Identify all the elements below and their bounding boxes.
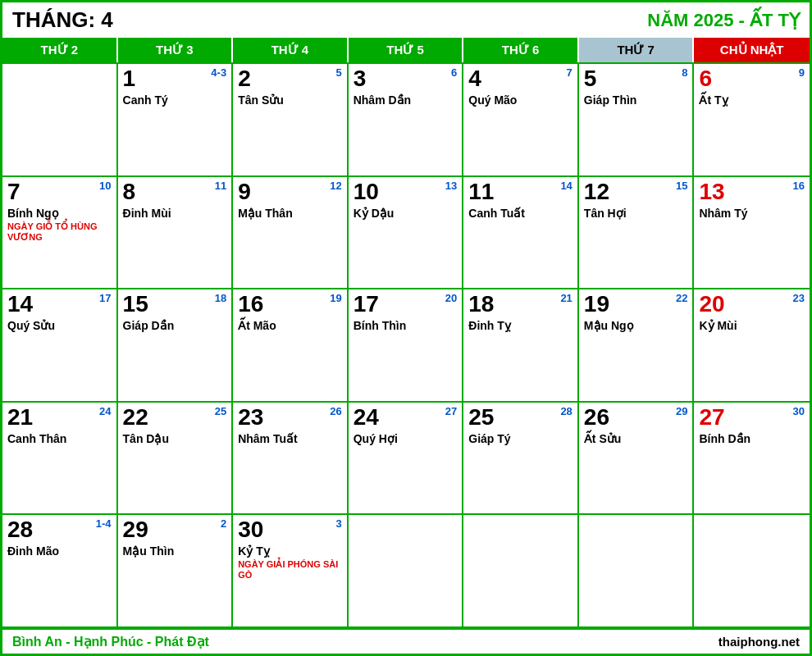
solar-day: 14 — [7, 293, 33, 316]
day-cell: 1417Quý Sửu — [2, 289, 118, 403]
footer-right: thaiphong.net — [718, 635, 800, 649]
can-chi: Mậu Ngọ — [584, 319, 688, 332]
day-top: 912 — [238, 180, 342, 203]
day-top: 2124 — [7, 406, 112, 429]
day-top: 14-3 — [123, 67, 227, 90]
day-cell: 1215Tân Hợi — [579, 177, 695, 290]
day-top: 2023 — [699, 293, 805, 316]
day-cell — [579, 515, 695, 628]
solar-day: 19 — [584, 293, 609, 316]
day-cell — [694, 515, 810, 628]
day-cell: 2730Bính Dần — [694, 403, 810, 516]
day-top: 69 — [699, 67, 805, 90]
dow-cell-thứ-5: THỨ 5 — [349, 38, 464, 62]
lunar-day: 16 — [793, 180, 805, 191]
holiday-text: Ngày Giỗ Tổ Hùng Vương — [7, 221, 112, 243]
day-top: 292 — [123, 518, 227, 541]
day-cell: 2225Tân Dậu — [118, 403, 234, 516]
day-cell: 281-4Đinh Mão — [2, 515, 118, 628]
day-cell: 2124Canh Thân — [2, 403, 118, 516]
day-top: 1215 — [584, 180, 688, 203]
can-chi: Nhâm Tuất — [238, 432, 342, 445]
solar-day: 11 — [468, 180, 494, 203]
solar-day: 7 — [7, 180, 21, 203]
day-top: 811 — [123, 180, 227, 203]
solar-day: 18 — [468, 293, 494, 316]
can-chi: Canh Tuất — [468, 207, 573, 220]
can-chi: Bính Thìn — [354, 319, 458, 332]
holiday-text: Ngày Giải Phóng Sài Gò — [238, 559, 342, 580]
lunar-day: 27 — [445, 406, 457, 417]
lunar-day: 20 — [445, 293, 457, 303]
can-chi: Giáp Dần — [123, 319, 227, 332]
solar-day: 16 — [238, 293, 263, 316]
solar-day: 13 — [699, 180, 724, 203]
lunar-day: 21 — [560, 293, 572, 303]
dow-cell-chủ-nhật: CHỦ NHẬT — [694, 38, 810, 62]
lunar-day: 4-3 — [211, 67, 226, 78]
dow-cell-thứ-4: THỨ 4 — [233, 38, 349, 62]
lunar-day: 26 — [330, 406, 341, 417]
lunar-day: 19 — [330, 293, 341, 303]
day-top: 1922 — [584, 293, 688, 316]
can-chi: Nhâm Dần — [354, 93, 458, 107]
day-top: 1720 — [354, 293, 458, 316]
can-chi: Giáp Thìn — [584, 93, 688, 107]
thang-label: THÁNG: 4 — [12, 7, 113, 33]
can-chi: Kỷ Mùi — [699, 319, 805, 332]
lunar-day: 14 — [560, 180, 572, 191]
solar-day: 8 — [123, 180, 136, 203]
top-header: THÁNG: 4 NĂM 2025 - ẤT TỴ — [2, 2, 810, 38]
solar-day: 30 — [238, 518, 263, 541]
solar-day: 15 — [123, 293, 148, 316]
day-top: 1619 — [238, 293, 342, 316]
solar-day: 5 — [584, 67, 597, 90]
solar-day: 21 — [7, 406, 33, 429]
calendar-grid: 14-3Canh Tý25Tân Sửu36Nhâm Dần47Quý Mão5… — [2, 62, 810, 628]
can-chi: Bính Ngọ — [7, 207, 112, 220]
day-top: 2528 — [468, 406, 573, 429]
can-chi: Đinh Tỵ — [468, 319, 573, 332]
day-cell: 1619Ất Mão — [233, 289, 349, 403]
solar-day: 6 — [699, 67, 712, 90]
dow-cell-thứ-7: THỨ 7 — [579, 38, 695, 62]
can-chi: Tân Hợi — [584, 207, 688, 220]
can-chi: Ất Tỵ — [699, 93, 805, 107]
solar-day: 2 — [238, 67, 251, 90]
lunar-day: 29 — [676, 406, 687, 417]
day-cell: 1720Bính Thìn — [349, 289, 464, 403]
dow-cell-thứ-3: THỨ 3 — [118, 38, 234, 62]
lunar-day: 30 — [793, 406, 805, 417]
lunar-day: 11 — [215, 180, 226, 191]
footer-left: Bình An - Hạnh Phúc - Phát Đạt — [12, 634, 209, 649]
day-top: 1114 — [468, 180, 573, 203]
day-cell: 303Kỷ TỵNgày Giải Phóng Sài Gò — [233, 515, 349, 628]
day-cell: 1518Giáp Dần — [118, 289, 234, 403]
solar-day: 4 — [468, 67, 481, 90]
solar-day: 22 — [123, 406, 148, 429]
solar-day: 26 — [584, 406, 609, 429]
can-chi: Kỷ Tỵ — [238, 544, 342, 558]
solar-day: 20 — [699, 293, 724, 316]
dow-header: THỨ 2THỨ 3THỨ 4THỨ 5THỨ 6THỨ 7CHỦ NHẬT — [2, 38, 810, 62]
day-cell: 2629Ất Sửu — [579, 403, 695, 516]
solar-day: 23 — [238, 406, 263, 429]
can-chi: Canh Thân — [7, 432, 112, 445]
lunar-day: 3 — [335, 518, 341, 529]
day-cell: 1821Đinh Tỵ — [463, 289, 579, 403]
day-top: 2629 — [584, 406, 688, 429]
day-cell: 69Ất Tỵ — [694, 64, 810, 177]
day-top: 281-4 — [7, 518, 112, 541]
day-cell: 58Giáp Thìn — [579, 64, 695, 177]
day-top: 1518 — [123, 293, 227, 316]
day-top: 1013 — [354, 180, 458, 203]
day-cell: 47Quý Mão — [463, 64, 579, 177]
can-chi: Bính Dần — [699, 432, 805, 445]
can-chi: Ất Sửu — [584, 432, 688, 445]
day-top: 47 — [468, 67, 573, 90]
nam-label: NĂM 2025 - ẤT TỴ — [647, 10, 800, 31]
day-cell: 912Mậu Thân — [233, 177, 349, 290]
day-cell: 292Mậu Thìn — [118, 515, 234, 628]
lunar-day: 24 — [99, 406, 111, 417]
can-chi: Mậu Thìn — [123, 544, 227, 558]
